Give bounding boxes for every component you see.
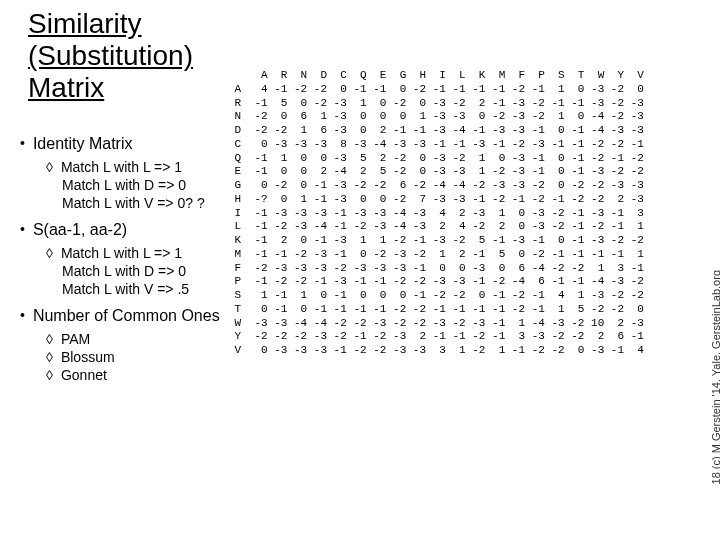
bullet-dot-icon: • [20,221,25,237]
bullet-identity-matrix-label: Identity Matrix [33,135,133,153]
title-line-1: Similarity [28,8,142,39]
subbullet-gonnet: ◊Gonnet [46,367,275,383]
bullet-dot-icon: • [20,307,25,323]
substitution-matrix-table: A R N D C Q E G H I L K M F P S T W Y V … [228,69,644,358]
bullet-dot-icon: • [20,135,25,151]
diamond-icon: ◊ [46,367,53,383]
bullet-common-ones-label: Number of Common Ones [33,307,220,325]
diamond-icon: ◊ [46,349,53,365]
title-line-3: Matrix [28,72,104,103]
diamond-icon: ◊ [46,331,53,347]
diamond-icon: ◊ [46,245,53,261]
slide-title: Similarity (Substitution) Matrix [28,8,193,105]
bullet-s-aa-label: S(aa-1, aa-2) [33,221,127,239]
credit-text: 18 (c) M Gerstein '14, Yale, GersteinLab… [710,270,720,484]
title-line-2: (Substitution) [28,40,193,71]
diamond-icon: ◊ [46,159,53,175]
